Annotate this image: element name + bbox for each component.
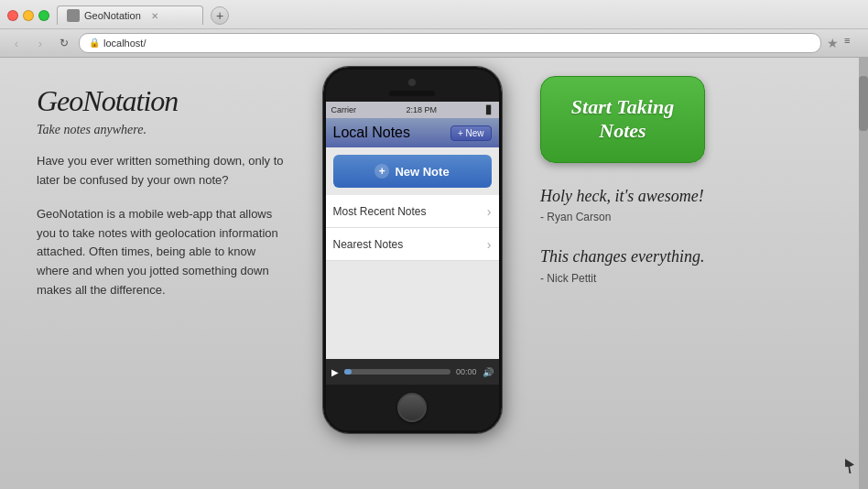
browser-chrome: GeoNotation ✕ + ‹ › ↻ 🔒 localhost/ ★ ≡ (0, 0, 868, 58)
sidebar-toggle[interactable]: ≡ (844, 35, 861, 51)
cta-text: Start Taking Notes (569, 95, 677, 144)
close-button[interactable] (7, 10, 18, 21)
time-display: 00:00 (456, 367, 477, 376)
left-panel: GeoNotation Take notes anywhere. Have yo… (0, 58, 311, 489)
carrier-text: Carrier (331, 105, 357, 114)
address-bar[interactable]: 🔒 localhost/ (79, 33, 821, 53)
list-item-label-recent: Most Recent Notes (333, 205, 427, 218)
plus-icon: + (374, 164, 389, 179)
phone-nav-title: Local Notes (333, 125, 411, 141)
phone-camera (408, 79, 416, 86)
description-paragraph-1: Have you ever written something down, on… (37, 152, 284, 190)
testimonial-2: This changes everything. - Nick Pettit (540, 246, 841, 284)
nav-bar: ‹ › ↻ 🔒 localhost/ ★ ≡ (0, 28, 868, 57)
new-tab-button[interactable]: + (211, 6, 229, 25)
phone-top (326, 70, 499, 102)
phone-screen: Carrier 2:18 PM ▊ Local Notes + New + Ne… (326, 102, 499, 385)
page-content: GeoNotation Take notes anywhere. Have yo… (0, 58, 868, 489)
cta-button[interactable]: Start Taking Notes (540, 76, 705, 163)
phone-list-item-nearest[interactable]: Nearest Notes › (326, 228, 499, 261)
lock-icon: 🔒 (89, 38, 100, 49)
window-controls (7, 10, 49, 21)
app-title: GeoNotation (37, 85, 284, 117)
progress-track[interactable] (344, 369, 450, 375)
video-bar: ▶ 00:00 🔊 (326, 359, 499, 385)
phone-nav-bar: Local Notes + New (326, 118, 499, 147)
maximize-button[interactable] (38, 10, 49, 21)
tagline: Take notes anywhere. (37, 123, 284, 137)
battery-text: ▊ (486, 105, 493, 114)
tab-favicon (67, 9, 80, 22)
scrollbar-thumb[interactable] (859, 76, 868, 131)
quote-text-2: This changes everything. (540, 246, 841, 267)
cta-line2: Notes (599, 119, 646, 142)
bookmark-button[interactable]: ★ (827, 36, 839, 50)
phone-new-button[interactable]: + New (450, 125, 492, 141)
quote-author-1: - Ryan Carson (540, 211, 841, 223)
progress-fill (344, 369, 352, 375)
minimize-button[interactable] (23, 10, 34, 21)
scrollbar[interactable] (859, 58, 868, 489)
quote-text-1: Holy heck, it's awesome! (540, 186, 841, 207)
back-button[interactable]: ‹ (7, 34, 26, 52)
time-text: 2:18 PM (406, 105, 437, 114)
quote-author-2: - Nick Pettit (540, 272, 841, 285)
testimonial-1: Holy heck, it's awesome! - Ryan Carson (540, 186, 841, 223)
arrow-icon-nearest: › (487, 237, 492, 252)
phone-bottom (326, 385, 499, 430)
volume-icon[interactable]: 🔊 (483, 367, 494, 377)
tab-title: GeoNotation (84, 10, 141, 21)
phone-speaker (389, 91, 435, 96)
browser-tab[interactable]: GeoNotation ✕ (57, 5, 203, 25)
description-paragraph-2: GeoNotation is a mobile web-app that all… (37, 205, 284, 300)
list-item-label-nearest: Nearest Notes (333, 238, 404, 251)
forward-button[interactable]: › (31, 34, 49, 52)
phone-app-content: + New Note Most Recent Notes › Nearest N… (326, 147, 499, 359)
tab-close-icon[interactable]: ✕ (151, 11, 158, 21)
arrow-icon-recent: › (487, 204, 492, 219)
phone-status-bar: Carrier 2:18 PM ▊ (326, 102, 499, 118)
right-panel: Start Taking Notes Holy heck, it's aweso… (513, 58, 868, 489)
phone-list-item-recent[interactable]: Most Recent Notes › (326, 195, 499, 228)
home-button[interactable] (397, 393, 427, 422)
phone-container: Carrier 2:18 PM ▊ Local Notes + New + Ne… (311, 58, 513, 489)
play-button[interactable]: ▶ (331, 367, 339, 377)
cta-line1: Start Taking (571, 95, 674, 118)
title-bar: GeoNotation ✕ + (0, 0, 868, 28)
refresh-button[interactable]: ↻ (55, 34, 73, 52)
url-text: localhost/ (103, 38, 146, 49)
new-note-button[interactable]: + New Note (333, 155, 492, 188)
phone-mockup: Carrier 2:18 PM ▊ Local Notes + New + Ne… (323, 67, 502, 433)
